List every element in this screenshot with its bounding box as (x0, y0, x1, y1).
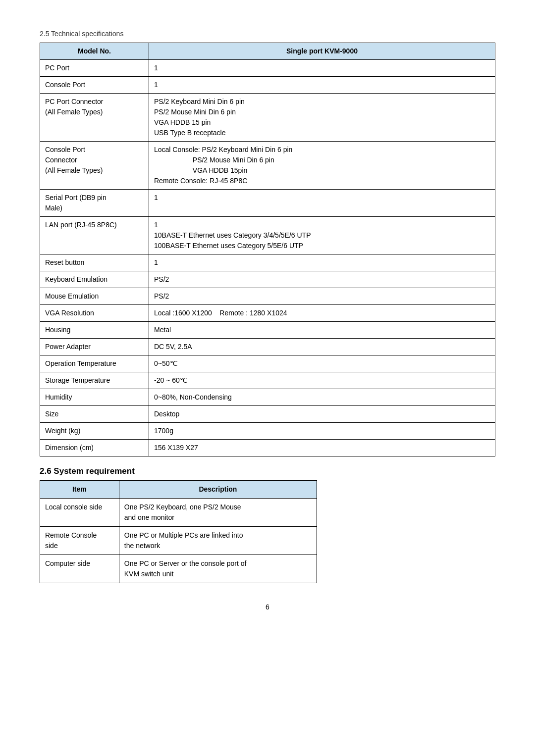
table-row: Size Desktop (40, 406, 495, 423)
req-desc-local-console: One PS/2 Keyboard, one PS/2 Mouseand one… (119, 499, 317, 527)
req-col-description: Description (119, 481, 317, 499)
specs-value-humidity: 0~80%, Non-Condensing (149, 389, 495, 406)
specs-label-serial-port: Serial Port (DB9 pinMale) (40, 190, 149, 217)
req-item-remote-console: Remote Consoleside (40, 527, 119, 555)
specs-value-power-adapter: DC 5V, 2.5A (149, 339, 495, 355)
specs-value-mouse-emulation: PS/2 (149, 288, 495, 305)
specs-label-reset-button: Reset button (40, 254, 149, 271)
specs-col-product: Single port KVM-9000 (149, 43, 495, 60)
specs-label-operation-temp: Operation Temperature (40, 355, 149, 372)
specs-label-lan-port: LAN port (RJ-45 8P8C) (40, 217, 149, 254)
specs-label-console-port: Console Port (40, 77, 149, 94)
table-row: Storage Temperature -20 ~ 60℃ (40, 372, 495, 389)
table-row: Operation Temperature 0~50℃ (40, 355, 495, 372)
specs-label-pc-port: PC Port (40, 60, 149, 77)
page-number: 6 (40, 603, 495, 611)
specs-value-storage-temp: -20 ~ 60℃ (149, 372, 495, 389)
specs-label-storage-temp: Storage Temperature (40, 372, 149, 389)
specs-table-header-row: Model No. Single port KVM-9000 (40, 43, 495, 60)
req-table: Item Description Local console side One … (40, 480, 317, 583)
table-row: LAN port (RJ-45 8P8C) 1 10BASE-T Etherne… (40, 217, 495, 254)
specs-value-console-port-connector: Local Console: PS/2 Keyboard Mini Din 6 … (149, 142, 495, 190)
table-row: Keyboard Emulation PS/2 (40, 271, 495, 288)
table-row: PC Port 1 (40, 60, 495, 77)
specs-label-dimension: Dimension (cm) (40, 440, 149, 456)
specs-label-vga-resolution: VGA Resolution (40, 305, 149, 322)
specs-label-power-adapter: Power Adapter (40, 339, 149, 355)
table-row: Remote Consoleside One PC or Multiple PC… (40, 527, 317, 555)
specs-col-model: Model No. (40, 43, 149, 60)
specs-value-serial-port: 1 (149, 190, 495, 217)
table-row: VGA Resolution Local :1600 X1200 Remote … (40, 305, 495, 322)
table-row: Mouse Emulation PS/2 (40, 288, 495, 305)
specs-value-dimension: 156 X139 X27 (149, 440, 495, 456)
table-row: PC Port Connector(All Female Types) PS/2… (40, 94, 495, 142)
table-row: Local console side One PS/2 Keyboard, on… (40, 499, 317, 527)
table-row: Power Adapter DC 5V, 2.5A (40, 339, 495, 355)
section-26-heading: 2.6 System requirement (40, 466, 495, 476)
specs-label-pc-port-connector: PC Port Connector(All Female Types) (40, 94, 149, 142)
table-row: Computer side One PC or Server or the co… (40, 555, 317, 583)
specs-value-housing: Metal (149, 322, 495, 339)
specs-value-vga-resolution: Local :1600 X1200 Remote : 1280 X1024 (149, 305, 495, 322)
specs-value-operation-temp: 0~50℃ (149, 355, 495, 372)
specs-value-reset-button: 1 (149, 254, 495, 271)
table-row: Weight (kg) 1700g (40, 423, 495, 440)
req-table-header-row: Item Description (40, 481, 317, 499)
specs-value-weight: 1700g (149, 423, 495, 440)
table-row: Dimension (cm) 156 X139 X27 (40, 440, 495, 456)
table-row: Console Port 1 (40, 77, 495, 94)
specs-label-humidity: Humidity (40, 389, 149, 406)
table-row: Reset button 1 (40, 254, 495, 271)
specs-value-lan-port: 1 10BASE-T Ethernet uses Category 3/4/5/… (149, 217, 495, 254)
specs-label-weight: Weight (kg) (40, 423, 149, 440)
req-item-computer-side: Computer side (40, 555, 119, 583)
specs-label-mouse-emulation: Mouse Emulation (40, 288, 149, 305)
table-row: Humidity 0~80%, Non-Condensing (40, 389, 495, 406)
specs-value-size: Desktop (149, 406, 495, 423)
specs-value-pc-port: 1 (149, 60, 495, 77)
section-25-heading: 2.5 Technical specifications (40, 30, 495, 38)
specs-value-keyboard-emulation: PS/2 (149, 271, 495, 288)
req-col-item: Item (40, 481, 119, 499)
req-desc-computer-side: One PC or Server or the console port ofK… (119, 555, 317, 583)
table-row: Serial Port (DB9 pinMale) 1 (40, 190, 495, 217)
specs-table: Model No. Single port KVM-9000 PC Port 1… (40, 43, 495, 456)
table-row: Console PortConnector(All Female Types) … (40, 142, 495, 190)
req-item-local-console: Local console side (40, 499, 119, 527)
table-row: Housing Metal (40, 322, 495, 339)
specs-label-housing: Housing (40, 322, 149, 339)
specs-label-size: Size (40, 406, 149, 423)
req-desc-remote-console: One PC or Multiple PCs are linked intoth… (119, 527, 317, 555)
specs-label-keyboard-emulation: Keyboard Emulation (40, 271, 149, 288)
specs-value-console-port: 1 (149, 77, 495, 94)
specs-value-pc-port-connector: PS/2 Keyboard Mini Din 6 pin PS/2 Mouse … (149, 94, 495, 142)
specs-label-console-port-connector: Console PortConnector(All Female Types) (40, 142, 149, 190)
